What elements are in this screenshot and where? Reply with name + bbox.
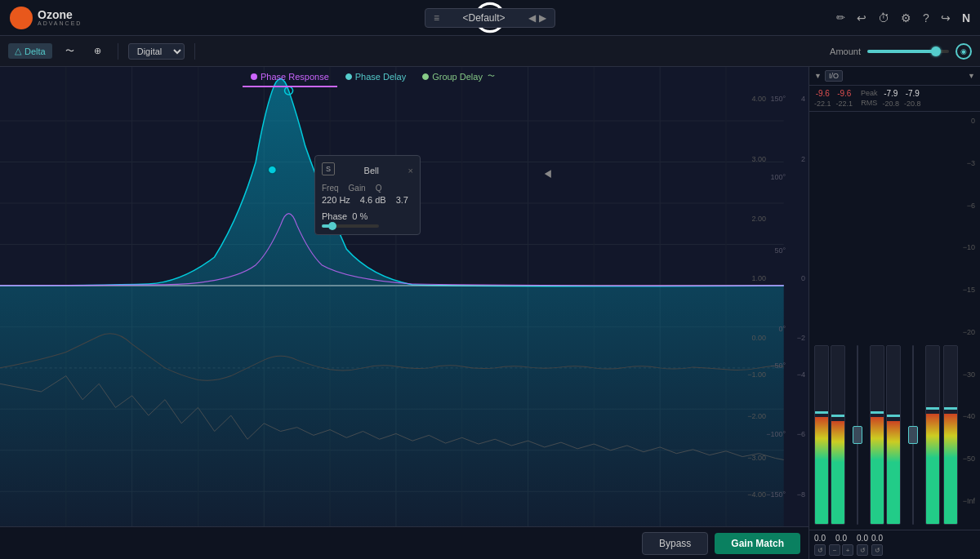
gain-header: Gain xyxy=(349,184,366,193)
amount-slider[interactable] xyxy=(867,50,949,53)
phase-delay-tab[interactable]: Phase Delay xyxy=(337,67,414,87)
phase-slider[interactable] xyxy=(322,224,379,228)
toolbar-separator-1 xyxy=(118,43,118,60)
monitor-button[interactable]: ◉ xyxy=(956,43,972,60)
phase-label-0: 0° xyxy=(778,325,786,333)
right-meter-bar-2 xyxy=(886,345,901,525)
popup-close-btn[interactable]: × xyxy=(408,166,413,175)
footer-btns-3: ↺ xyxy=(857,544,868,556)
output-meter-group-1 xyxy=(925,345,940,525)
meter-col-peak-label: Peak RMS xyxy=(861,89,878,108)
scale-minus15: −15 xyxy=(951,286,975,294)
footer-val-3: 0.0 xyxy=(857,534,868,543)
amount-knob[interactable] xyxy=(931,47,941,56)
right-num-2: 2 xyxy=(801,155,805,163)
scale-minus20: −20 xyxy=(951,328,975,336)
output-bar-1 xyxy=(925,345,940,525)
right-num-0: 0 xyxy=(801,274,805,282)
logo-icon xyxy=(10,7,33,29)
scale-inf: −Inf xyxy=(951,497,975,505)
fader-2-handle[interactable] xyxy=(908,426,918,444)
footer-group-1: 0.0 ↺ xyxy=(814,534,826,556)
next-preset-icon[interactable]: ▶ xyxy=(539,12,546,24)
freq-header: Freq xyxy=(322,184,339,193)
phase-label-150: 150° xyxy=(770,95,786,103)
footer-btn-plus-2[interactable]: + xyxy=(842,544,853,556)
right-peak-hold: -22.1 xyxy=(836,100,853,108)
meter-section: ▼ I/O ▼ -9.6 -22.1 -9.6 -22.1 Peak RMS -… xyxy=(808,67,980,559)
phase-label-minus100: −100° xyxy=(766,430,786,438)
preset-area[interactable]: ≡ <Default> ◀ ▶ xyxy=(425,8,555,28)
footer-btn-reset-3[interactable]: ↺ xyxy=(857,544,868,556)
s-button[interactable]: S xyxy=(322,162,335,175)
io-badge[interactable]: I/O xyxy=(825,70,843,82)
db-label-1: 1.00 xyxy=(751,274,766,282)
digital-select[interactable]: Digital Analog xyxy=(128,43,185,60)
output-handle-1 xyxy=(926,407,939,410)
right-meter-bar-1 xyxy=(870,345,884,525)
waveform-button[interactable]: 〜 xyxy=(59,42,81,60)
globe-icon: ⊕ xyxy=(94,46,101,56)
phase-label-50: 50° xyxy=(774,246,786,255)
footer-btn-reset-4[interactable]: ↺ xyxy=(871,544,883,556)
delta-label: Delta xyxy=(24,47,46,56)
gain-value[interactable]: 4.6 dB xyxy=(360,195,386,205)
toolbar: △ Delta 〜 ⊕ Digital Analog Amount ◉ xyxy=(0,36,980,67)
phase-response-label: Phase Response xyxy=(261,72,329,82)
footer-group-3: 0.0 ↺ xyxy=(857,534,868,556)
down-arrow-2[interactable]: ▼ xyxy=(968,72,975,80)
eq-area: Phase Response Phase Delay Group Delay 〜 xyxy=(0,67,808,559)
footer-btns-1: ↺ xyxy=(814,544,826,556)
phase-response-tab[interactable]: Phase Response xyxy=(243,67,337,87)
meter-col-left-max: -7.9 -20.8 xyxy=(883,89,900,108)
group-delay-tab[interactable]: Group Delay 〜 xyxy=(414,67,503,87)
peak-label: Peak xyxy=(861,89,878,97)
right-bar-handle-1 xyxy=(871,411,884,414)
rms-label: RMS xyxy=(861,99,877,107)
group-delay-wave-icon: 〜 xyxy=(488,71,495,82)
scale-0: 0 xyxy=(951,117,975,125)
freq-value[interactable]: 220 Hz xyxy=(322,195,350,205)
scale-minus40: −40 xyxy=(951,412,975,420)
amount-slider-container xyxy=(867,50,949,53)
prev-preset-icon[interactable]: ◀ xyxy=(528,12,536,24)
fader-1 xyxy=(852,345,863,525)
fader-2 xyxy=(907,345,919,525)
amount-label: Amount xyxy=(830,47,861,56)
footer-btn-minus-2[interactable]: − xyxy=(829,544,840,556)
footer-btns-2: − + xyxy=(829,544,853,556)
footer-btn-reset-1[interactable]: ↺ xyxy=(814,544,826,556)
top-bar: Ozone ADVANCED ≡ <Default> ◀ ▶ ✏ ↩ ⏱ ⚙ ?… xyxy=(0,0,980,36)
monitor-icon: ◉ xyxy=(960,47,967,55)
right-num-minus6: −6 xyxy=(797,430,805,438)
db-label-0: 0.00 xyxy=(751,334,766,342)
right-num-minus4: −4 xyxy=(797,370,805,379)
left-bar-fill-2 xyxy=(831,421,844,524)
right-meter-group xyxy=(870,345,901,525)
footer-val-2: 0.0 xyxy=(835,534,847,543)
scale-minus6: −6 xyxy=(951,202,975,210)
db-label-minus1: −1.00 xyxy=(747,370,766,379)
q-header: Q xyxy=(376,184,382,193)
gain-match-button[interactable]: Gain Match xyxy=(715,533,800,554)
left-bar-handle-2 xyxy=(831,415,844,417)
bypass-button[interactable]: Bypass xyxy=(642,532,708,555)
phase-slider-knob[interactable] xyxy=(328,222,336,230)
output-fill-1 xyxy=(926,414,939,524)
eq-node-1 xyxy=(268,166,276,174)
phase-label-minus150: −150° xyxy=(766,490,786,499)
delta-button[interactable]: △ Delta xyxy=(8,43,52,59)
right-bar-handle-2 xyxy=(887,415,900,417)
meter-readings: -9.6 -22.1 -9.6 -22.1 Peak RMS -7.9 -20.… xyxy=(809,86,980,112)
meter-col-right-max: -7.9 -20.8 xyxy=(904,89,921,108)
globe-button[interactable]: ⊕ xyxy=(87,43,108,59)
right-num-4: 4 xyxy=(801,95,805,103)
left-bar-fill-1 xyxy=(815,417,828,524)
group-delay-dot xyxy=(422,73,429,80)
q-value[interactable]: 3.7 xyxy=(396,195,408,205)
footer-group-4: 0.0 ↺ xyxy=(871,534,883,556)
phase-response-dot xyxy=(251,73,257,80)
down-arrow-1[interactable]: ▼ xyxy=(814,72,822,80)
footer-group-2: 0.0 − + xyxy=(829,534,853,556)
fader-1-handle[interactable] xyxy=(853,426,862,444)
